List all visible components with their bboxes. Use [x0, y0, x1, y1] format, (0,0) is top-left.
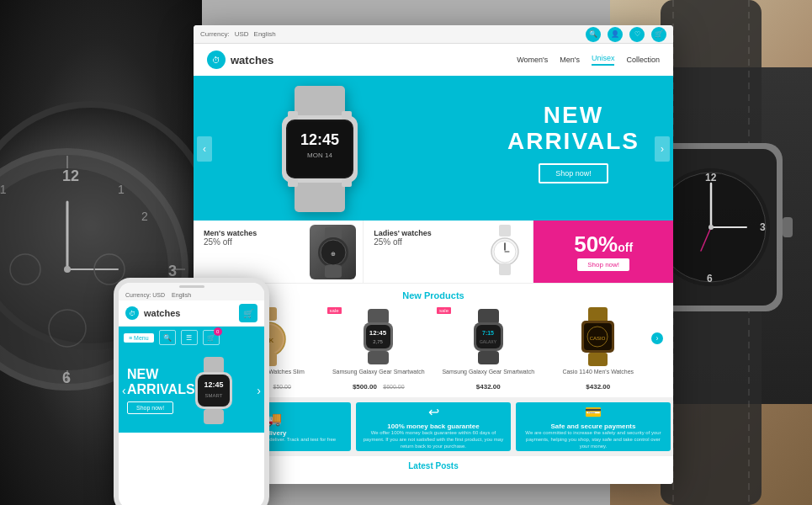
svg-text:2: 2: [141, 210, 148, 223]
hero-arrow-right[interactable]: ›: [655, 136, 670, 162]
svg-rect-48: [342, 111, 352, 120]
mens-watches-promo[interactable]: Men's watches 25% off ⊕: [194, 221, 364, 283]
moneyback-title: 100% money back guarantee: [387, 423, 479, 430]
latest-posts-title: Latest Posts: [204, 461, 663, 470]
mobile-currency[interactable]: Currency: USD: [125, 292, 165, 298]
currency-value[interactable]: USD: [235, 30, 249, 38]
top-bar: Currency: USD English 🔍 👤 ♡ 🛒: [194, 25, 673, 44]
svg-rect-50: [342, 178, 352, 187]
product-card-2[interactable]: sale 12:45 2,75 Samsung Galaxy Gear Smar…: [327, 307, 431, 392]
svg-rect-61: [499, 263, 511, 275]
svg-rect-73: [478, 309, 499, 324]
user-icon[interactable]: 👤: [608, 27, 623, 42]
mobile-frame: Currency: USD English ⏱ watches 🛒 ≡ Menu…: [114, 278, 269, 505]
sale-shop-btn[interactable]: Shop now!: [577, 258, 629, 271]
ladies-watches-promo[interactable]: Ladies' watches 25% off: [364, 221, 533, 283]
language-value[interactable]: English: [254, 30, 276, 38]
site-header: ⏱ watches Women's Men's Unisex Collectio…: [194, 44, 673, 77]
ladies-watch-img: [484, 225, 526, 275]
mobile-logo-icon: ⏱: [125, 306, 139, 320]
logo-text: watches: [231, 54, 273, 66]
products-grid: ‹ new MK Michael Kors Watches Slim $40: [204, 307, 663, 392]
mobile-hero-text: NEW ARRIVALS Shop now!: [127, 367, 195, 414]
svg-text:12:45: 12:45: [204, 380, 223, 389]
product-img-4: CASIO: [547, 307, 650, 366]
product-name-4: Casio 1140 Men's Watches: [547, 369, 650, 375]
product-img-2: sale 12:45 2,75: [327, 307, 431, 366]
svg-text:11: 11: [0, 183, 7, 196]
svg-text:MON 14: MON 14: [307, 152, 332, 159]
cart-icon[interactable]: 🛒: [651, 27, 666, 42]
wishlist-icon[interactable]: ♡: [629, 27, 645, 42]
search-icon[interactable]: 🔍: [586, 27, 601, 42]
svg-text:7:15: 7:15: [482, 330, 494, 336]
mobile-header: ⏱ watches 🛒: [119, 300, 264, 327]
nav-collection[interactable]: Collection: [626, 56, 660, 64]
products-arrow-right[interactable]: ›: [651, 332, 663, 344]
svg-text:3: 3: [168, 263, 177, 279]
svg-rect-56: [499, 225, 511, 237]
svg-text:12:45: 12:45: [369, 329, 387, 337]
svg-rect-84: [588, 353, 608, 366]
mobile-nav-bar: ≡ Menu 🔍 ☰ 🛒 0: [119, 327, 264, 348]
nav-unisex[interactable]: Unisex: [592, 54, 615, 66]
svg-rect-72: [368, 351, 389, 364]
svg-text:1: 1: [118, 183, 125, 196]
svg-text:3: 3: [760, 221, 766, 233]
svg-text:CASIO: CASIO: [590, 336, 606, 341]
mobile-hero-arrow-right[interactable]: ›: [257, 384, 261, 397]
mobile-search-btn[interactable]: 🔍: [159, 330, 176, 345]
product-card-4[interactable]: CASIO Casio 1140 Men's Watches $432.00: [547, 307, 650, 392]
product-name-3: Samsung Galaxy Gear Smartwatch: [437, 369, 540, 375]
mobile-list-btn[interactable]: ☰: [181, 330, 198, 345]
top-bar-icons: 🔍 👤 ♡ 🛒: [586, 27, 666, 42]
promo-row: Men's watches 25% off ⊕ Ladies' watches …: [194, 221, 673, 284]
secure-desc: We are committed to increase the safety …: [521, 430, 666, 449]
mobile-language[interactable]: English: [172, 292, 191, 298]
svg-rect-40: [295, 86, 345, 120]
mobile-currency-bar: Currency: USD English: [119, 290, 264, 300]
product-badge-2: sale: [327, 307, 342, 314]
mobile-watch-preview: 12:45 SMART: [188, 357, 239, 424]
moneyback-desc: We offer 100% money back guarantee withi…: [361, 430, 506, 449]
product-name-2: Samsung Galaxy Gear Smartwatch: [327, 369, 431, 375]
nav-mens[interactable]: Men's: [560, 56, 580, 64]
product-card-3[interactable]: sale 7:15 GALAXY Samsung Galaxy Gear Sma…: [437, 307, 540, 392]
svg-rect-67: [368, 309, 389, 324]
svg-rect-75: [476, 325, 501, 348]
svg-rect-85: [204, 357, 224, 374]
svg-rect-78: [478, 351, 499, 364]
mens-watch-img: ⊕: [310, 225, 356, 279]
svg-text:6: 6: [707, 273, 713, 284]
sale-promo[interactable]: 50%off Shop now!: [533, 221, 673, 283]
secure-title: Safe and secure payments: [551, 423, 636, 430]
nav-womens[interactable]: Women's: [517, 56, 548, 64]
moneyback-icon: ↩: [428, 404, 439, 420]
hero-arrow-left[interactable]: ‹: [197, 136, 212, 162]
mobile-hero-title: NEW ARRIVALS: [127, 367, 195, 396]
svg-text:12: 12: [705, 172, 717, 183]
mobile-shop-btn[interactable]: Shop now!: [127, 401, 173, 414]
shop-now-button[interactable]: Shop now!: [539, 163, 608, 183]
mobile-cart-btn[interactable]: 🛒 0: [203, 330, 220, 345]
hero-title: NEW ARRIVALS: [507, 103, 640, 155]
logo: ⏱ watches: [207, 50, 273, 69]
svg-text:SMART: SMART: [205, 393, 223, 398]
product-img-3: sale 7:15 GALAXY: [437, 307, 540, 366]
svg-text:12: 12: [62, 167, 79, 184]
mobile-hero: ‹ NEW ARRIVALS Shop now! 12:45 SMART ›: [119, 348, 264, 433]
product-badge-3: sale: [437, 307, 451, 314]
svg-rect-43: [288, 121, 352, 177]
feature-moneyback: ↩ 100% money back guarantee We offer 100…: [356, 402, 511, 451]
mobile-cart-icon[interactable]: 🛒: [239, 304, 257, 322]
secure-icon: 💳: [585, 404, 602, 420]
svg-rect-90: [204, 409, 224, 424]
logo-icon: ⏱: [207, 50, 226, 69]
product-price-4: $432.00: [547, 377, 650, 392]
nav-links: Women's Men's Unisex Collection: [517, 54, 660, 66]
feature-secure: 💳 Safe and secure payments We are commit…: [516, 402, 671, 451]
sale-percent: 50%off: [574, 233, 633, 255]
svg-point-20: [64, 266, 71, 273]
mobile-menu-btn[interactable]: ≡ Menu: [124, 333, 154, 343]
mobile-hero-arrow-left[interactable]: ‹: [122, 384, 126, 397]
